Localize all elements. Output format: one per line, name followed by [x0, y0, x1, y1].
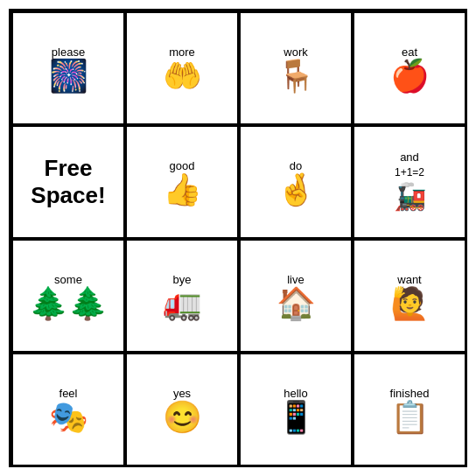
- icon-good: 👍: [163, 174, 202, 206]
- cell-yes: yes 😊: [125, 353, 239, 466]
- label-hello: hello: [284, 387, 307, 400]
- icon-want: 🙋: [390, 288, 430, 319]
- label-work: work: [284, 46, 307, 59]
- icon-and-train: 🚂: [394, 179, 426, 214]
- label-finished: finished: [390, 387, 430, 400]
- icon-finished: 📋: [390, 402, 430, 433]
- icon-do: 🤞: [276, 174, 316, 206]
- cell-live: live 🏠: [239, 239, 353, 353]
- cell-some: some 🌲🌲: [11, 239, 125, 353]
- cell-and: and 1+1=2 🚂: [353, 125, 466, 239]
- label-do: do: [290, 159, 302, 172]
- icon-hello: 📱: [276, 402, 316, 433]
- label-please: please: [52, 46, 85, 59]
- icon-yes: 😊: [163, 402, 202, 433]
- label-want: want: [397, 273, 421, 286]
- label-yes: yes: [173, 387, 191, 400]
- icon-some: 🌲🌲: [29, 288, 108, 319]
- cell-do: do 🤞: [239, 125, 353, 239]
- icon-please: 🎆: [49, 60, 88, 92]
- cell-bye: bye 🚛: [125, 239, 239, 353]
- label-and: and: [400, 150, 419, 164]
- icon-live: 🏠: [276, 288, 316, 319]
- cell-more: more 🤲: [125, 11, 239, 125]
- label-more: more: [169, 46, 195, 59]
- cell-eat: eat 🍎: [353, 11, 466, 125]
- label-eat: eat: [402, 46, 417, 59]
- icon-more: 🤲: [163, 60, 202, 92]
- label-bye: bye: [173, 273, 192, 286]
- icon-eat: 🍎: [390, 60, 430, 92]
- icon-work: 🪑: [276, 60, 316, 92]
- bingo-board: please 🎆 more 🤲 work 🪑 eat 🍎 FreeSpace! …: [9, 9, 467, 467]
- icon-bye: 🚛: [163, 288, 202, 319]
- label-live: live: [287, 273, 304, 286]
- label-some: some: [54, 273, 82, 286]
- label-good: good: [170, 159, 195, 172]
- label-free: FreeSpace!: [31, 155, 105, 209]
- cell-work: work 🪑: [239, 11, 353, 125]
- icon-and-math: 1+1=2: [395, 165, 424, 180]
- cell-want: want 🙋: [353, 239, 466, 353]
- cell-hello: hello 📱: [239, 353, 353, 466]
- icon-feel: 🎭: [49, 402, 88, 433]
- cell-please: please 🎆: [11, 11, 125, 125]
- cell-feel: feel 🎭: [11, 353, 125, 466]
- cell-good: good 👍: [125, 125, 239, 239]
- cell-finished: finished 📋: [353, 353, 466, 466]
- label-feel: feel: [60, 387, 78, 400]
- cell-free: FreeSpace!: [11, 125, 125, 239]
